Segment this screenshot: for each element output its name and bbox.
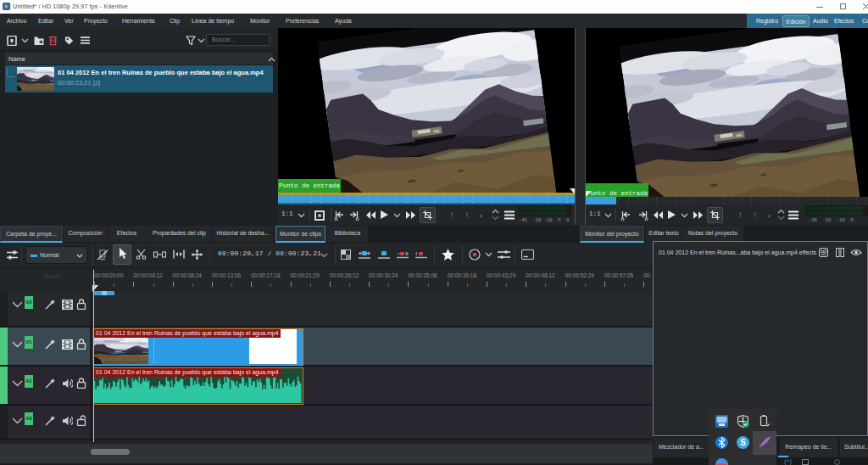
- svg-text:S: S: [740, 438, 746, 447]
